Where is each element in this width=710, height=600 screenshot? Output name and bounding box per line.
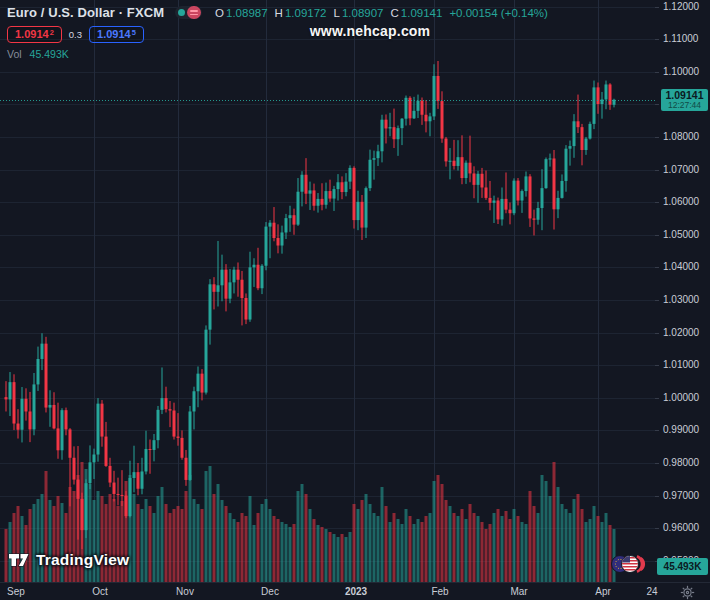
volume-bar <box>281 522 284 582</box>
volume-bar <box>321 527 324 582</box>
volume-bar <box>273 516 276 582</box>
bid-button[interactable]: 1.09142 <box>7 26 62 43</box>
volume-bar <box>349 532 352 582</box>
ask-price-pip: 5 <box>132 28 136 37</box>
volume-bar <box>57 496 60 582</box>
volume-bar <box>53 506 56 582</box>
candle-body <box>581 127 584 150</box>
candle-body <box>373 158 376 160</box>
candle-body <box>393 127 396 139</box>
candle-body <box>137 472 140 489</box>
candle-wick <box>602 92 603 119</box>
low-value: 1.08907 <box>342 7 384 19</box>
volume-bar <box>405 509 408 582</box>
axis-tick-mark <box>655 333 659 334</box>
candle-wick <box>170 401 171 427</box>
candle-body <box>329 191 332 198</box>
candle-wick <box>214 277 215 309</box>
tradingview-chart-window: www.nehcap.com Euro / U.S. Dollar · FXCM… <box>0 0 710 600</box>
volume-bar <box>149 506 152 582</box>
market-status-toggle[interactable] <box>175 6 202 19</box>
volume-bar <box>585 522 588 582</box>
legend: Euro / U.S. Dollar · FXCM O1.08987 H1.09… <box>7 4 548 60</box>
volume-bar <box>309 509 312 582</box>
symbol-title[interactable]: Euro / U.S. Dollar · FXCM <box>7 5 164 20</box>
price-axis[interactable]: 1.09141 12:27:44 45.493K 1.120001.110001… <box>655 0 710 582</box>
candle-body <box>185 458 188 480</box>
ask-button[interactable]: 1.09145 <box>89 26 144 43</box>
volume-bar <box>333 534 336 582</box>
candle-body <box>333 189 336 198</box>
volume-bar <box>341 534 344 582</box>
volume-bar <box>161 487 164 582</box>
candle-body <box>529 176 532 218</box>
price-tick-label: 0.97000 <box>663 490 699 502</box>
candlestick-chart[interactable] <box>0 0 655 582</box>
volume-bar <box>365 494 368 582</box>
volume-bar <box>377 516 380 582</box>
candle-body <box>133 472 136 478</box>
candle-body <box>485 187 488 197</box>
candle-wick <box>150 440 151 474</box>
time-axis[interactable]: SepOctNovDec2023FebMarApr24 <box>0 582 710 600</box>
candle-body <box>381 120 384 152</box>
candle-body <box>217 285 220 292</box>
time-tick-label: Nov <box>176 586 194 597</box>
candle-body <box>605 84 608 99</box>
candle-body <box>49 405 52 408</box>
volume-bar <box>285 524 288 582</box>
spread-value: 0.3 <box>69 29 82 40</box>
last-price-label[interactable]: 1.09141 12:27:44 <box>661 89 708 111</box>
axis-tick-mark <box>655 235 659 236</box>
candle-body <box>585 139 588 150</box>
candle-body <box>13 382 16 423</box>
candle-wick <box>470 136 471 183</box>
candle-body <box>249 267 252 319</box>
candle-body <box>553 158 556 209</box>
candle-body <box>9 382 12 399</box>
axis-settings-gear-icon[interactable] <box>680 585 695 600</box>
candle-body <box>245 298 248 320</box>
tradingview-logo[interactable]: TradingView <box>8 551 129 569</box>
volume-bar <box>485 529 488 582</box>
candle-body <box>129 478 132 516</box>
volume-bar <box>133 494 136 582</box>
bar-countdown: 12:27:44 <box>668 101 701 110</box>
volume-bar <box>113 499 116 582</box>
close-label: C <box>390 7 398 19</box>
candle-body <box>309 190 312 193</box>
candle-body <box>345 182 348 192</box>
candle-body <box>221 270 224 286</box>
time-tick-label: Oct <box>92 586 108 597</box>
candle-body <box>445 139 448 162</box>
volume-bar <box>557 487 560 582</box>
candle-wick <box>178 413 179 446</box>
candle-body <box>241 280 244 298</box>
volume-bar <box>277 519 280 582</box>
volume-bar <box>105 504 108 582</box>
volume-bar <box>253 525 256 582</box>
candle-body <box>477 174 480 185</box>
candle-body <box>61 410 64 450</box>
market-open-dot-icon <box>178 9 185 16</box>
candle-wick <box>322 183 323 210</box>
candle-body <box>505 199 508 210</box>
volume-bar <box>521 522 524 582</box>
candle-body <box>609 84 612 104</box>
volume-bar <box>525 524 528 582</box>
candle-body <box>305 175 308 194</box>
open-label: O <box>215 7 224 19</box>
candle-body <box>57 428 60 450</box>
candle-body <box>277 238 280 245</box>
candle-body <box>209 284 212 329</box>
volume-bar <box>101 496 104 582</box>
candle-body <box>449 161 452 162</box>
volume-bar <box>193 499 196 582</box>
volume-bar <box>577 494 580 582</box>
candle-body <box>37 359 40 384</box>
volume-bar <box>301 484 304 582</box>
candle-body <box>521 191 524 200</box>
candle-body <box>341 182 344 192</box>
candle-body <box>481 174 484 188</box>
volume-bar <box>269 509 272 582</box>
